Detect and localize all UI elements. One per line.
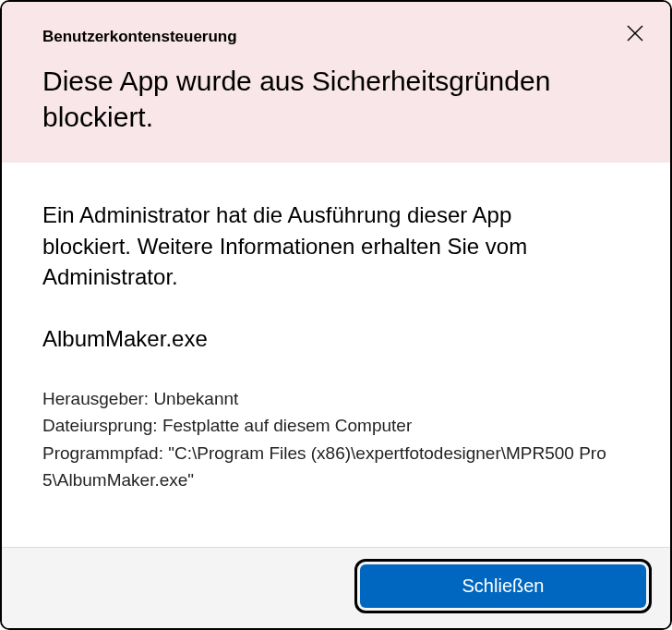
dialog-header: Benutzerkontensteuerung Diese App wurde … xyxy=(2,2,670,163)
close-icon-button[interactable] xyxy=(622,20,648,46)
admin-message: Ein Administrator hat die Ausführung die… xyxy=(42,200,559,293)
dialog-headline: Diese App wurde aus Sicherheitsgründen b… xyxy=(42,63,630,135)
dialog-body: Ein Administrator hat die Ausführung die… xyxy=(2,163,670,547)
close-icon xyxy=(627,25,643,42)
program-path-line: Programmpfad: "C:\Program Files (x86)\ex… xyxy=(42,440,630,494)
dialog-footer: Schließen xyxy=(2,547,670,628)
app-name: AlbumMaker.exe xyxy=(42,326,630,352)
publisher-line: Herausgeber: Unbekannt xyxy=(42,385,630,412)
origin-line: Dateiursprung: Festplatte auf diesem Com… xyxy=(42,412,630,439)
uac-label: Benutzerkontensteuerung xyxy=(42,28,630,46)
uac-dialog: Benutzerkontensteuerung Diese App wurde … xyxy=(0,0,672,630)
close-button[interactable]: Schließen xyxy=(360,564,646,608)
